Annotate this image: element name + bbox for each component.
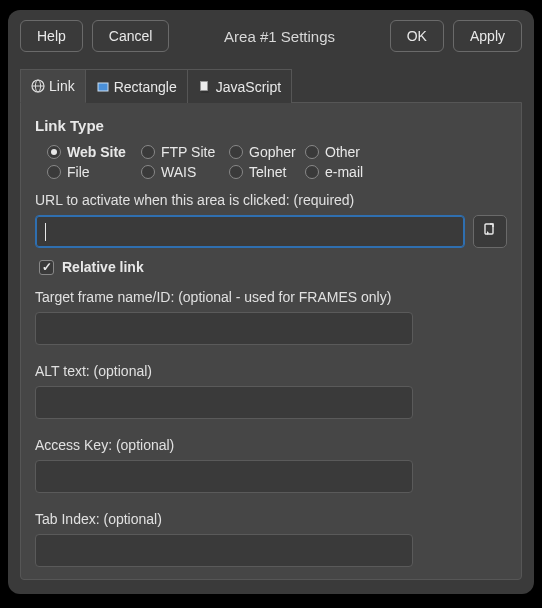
cancel-button[interactable]: Cancel <box>92 20 170 52</box>
radio-email[interactable]: e-mail <box>305 164 363 180</box>
target-label: Target frame name/ID: (optional - used f… <box>35 289 507 305</box>
radio-indicator <box>47 165 61 179</box>
tab-bar: Link Rectangle JavaScript <box>20 68 522 102</box>
radio-ftp[interactable]: FTP Site <box>141 144 229 160</box>
radio-indicator <box>305 165 319 179</box>
alt-label: ALT text: (optional) <box>35 363 507 379</box>
tab-javascript[interactable]: JavaScript <box>188 69 292 103</box>
radio-wais-label: WAIS <box>161 164 196 180</box>
open-file-icon <box>481 221 499 242</box>
radio-telnet[interactable]: Telnet <box>229 164 305 180</box>
radio-website[interactable]: Web Site <box>47 144 141 160</box>
link-type-heading: Link Type <box>35 117 507 134</box>
svg-rect-4 <box>200 81 207 90</box>
radio-file[interactable]: File <box>47 164 141 180</box>
radio-indicator <box>305 145 319 159</box>
radio-website-label: Web Site <box>67 144 126 160</box>
radio-other-label: Other <box>325 144 360 160</box>
help-button[interactable]: Help <box>20 20 83 52</box>
radio-wais[interactable]: WAIS <box>141 164 229 180</box>
svg-rect-5 <box>485 224 493 234</box>
panel-link: Link Type Web Site FTP Site Gopher Other <box>20 102 522 580</box>
tab-rectangle-label: Rectangle <box>114 79 177 95</box>
relative-link-label: Relative link <box>62 259 144 275</box>
accesskey-label: Access Key: (optional) <box>35 437 507 453</box>
radio-indicator <box>141 145 155 159</box>
url-input[interactable] <box>35 215 465 248</box>
radio-indicator <box>141 165 155 179</box>
radio-gopher-label: Gopher <box>249 144 296 160</box>
ok-button[interactable]: OK <box>390 20 444 52</box>
radio-telnet-label: Telnet <box>249 164 286 180</box>
browse-file-button[interactable] <box>473 215 507 248</box>
tabindex-input[interactable] <box>35 534 413 567</box>
checkbox-indicator <box>39 260 54 275</box>
tab-link-label: Link <box>49 78 75 94</box>
radio-email-label: e-mail <box>325 164 363 180</box>
text-caret <box>45 223 46 241</box>
alt-input[interactable] <box>35 386 413 419</box>
relative-link-checkbox[interactable]: Relative link <box>39 259 144 275</box>
svg-rect-3 <box>98 83 108 91</box>
tabindex-label: Tab Index: (optional) <box>35 511 507 527</box>
script-icon <box>198 80 212 94</box>
header-bar: Help Cancel Area #1 Settings OK Apply <box>20 20 522 52</box>
target-input[interactable] <box>35 312 413 345</box>
dialog-title: Area #1 Settings <box>178 28 380 45</box>
dialog-window: Help Cancel Area #1 Settings OK Apply Li… <box>8 10 534 594</box>
radio-indicator <box>229 165 243 179</box>
tab-rectangle[interactable]: Rectangle <box>86 69 188 103</box>
radio-gopher[interactable]: Gopher <box>229 144 305 160</box>
radio-indicator <box>47 145 61 159</box>
radio-ftp-label: FTP Site <box>161 144 215 160</box>
tab-javascript-label: JavaScript <box>216 79 281 95</box>
url-label: URL to activate when this area is clicke… <box>35 192 507 208</box>
rectangle-icon <box>96 80 110 94</box>
link-type-radios: Web Site FTP Site Gopher Other <box>47 144 507 180</box>
radio-file-label: File <box>67 164 90 180</box>
radio-other[interactable]: Other <box>305 144 360 160</box>
apply-button[interactable]: Apply <box>453 20 522 52</box>
accesskey-input[interactable] <box>35 460 413 493</box>
radio-indicator <box>229 145 243 159</box>
tab-link[interactable]: Link <box>20 69 86 103</box>
globe-icon <box>31 79 45 93</box>
